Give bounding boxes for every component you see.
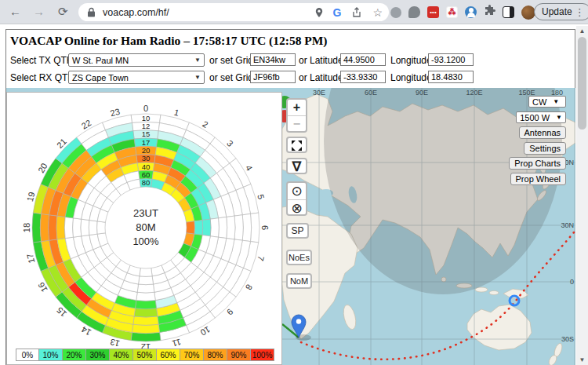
sidebar-icon[interactable] (503, 6, 514, 18)
wheel-cell (133, 316, 158, 325)
prop-charts-button[interactable]: Prop Charts (509, 157, 566, 170)
settings-button[interactable]: Settings (524, 142, 566, 155)
location-pin-icon[interactable] (313, 6, 325, 19)
tx-qth-select[interactable]: W St. Paul MN▼ (68, 53, 205, 67)
wheel-cell (187, 221, 195, 234)
wheel-cell (40, 214, 49, 241)
hour-label: 23 (109, 107, 121, 119)
no-sun-button[interactable]: ⊗ (288, 200, 306, 217)
prop-wheel-panel: 0123456789101112131415161718192021222310… (6, 92, 282, 365)
extension-lastpass-icon[interactable]: ••• (427, 6, 439, 18)
wheel-cell (136, 292, 155, 301)
zoom-in-button[interactable]: + (288, 100, 306, 116)
tx-lat-input[interactable] (340, 53, 386, 66)
page-title: VOACAP Online for Ham Radio – 17:58:17 U… (10, 34, 328, 48)
wheel-cell (210, 218, 219, 237)
rx-grid-label: or set Grid: (209, 72, 256, 83)
nom-button[interactable]: NoM (286, 273, 312, 289)
legend-cell: 60% (157, 349, 180, 361)
tx-grid-label: or set Grid: (209, 55, 256, 66)
band-label: 15 (142, 130, 151, 138)
legend-cell: 10% (39, 349, 63, 361)
extension-camera-icon[interactable] (390, 7, 401, 18)
rx-qth-value: ZS Cape Town (72, 73, 129, 82)
legend-cell: 70% (180, 349, 204, 361)
wheel-cell (64, 217, 73, 238)
extension-red-icon[interactable]: ⁂ (446, 6, 458, 18)
scroll-up-icon[interactable]: ▲ (576, 26, 588, 36)
menu-kebab-icon[interactable]: ⋮ (572, 6, 587, 18)
extensions-puzzle-icon[interactable] (484, 5, 495, 20)
reload-icon[interactable]: ⟳ (58, 5, 68, 19)
url-text: voacap.com/hf/ (103, 7, 313, 18)
forward-icon[interactable]: → (33, 5, 45, 18)
hour-label: 9 (225, 307, 235, 317)
prop-wheel-button[interactable]: Prop Wheel (510, 173, 566, 185)
legend-cell: 30% (86, 349, 110, 361)
lon-label: 90E (416, 89, 428, 97)
bookmark-star-icon[interactable]: ☆ (372, 6, 383, 19)
wheel-cell (202, 219, 211, 236)
power-select[interactable]: 1500 W▼ (516, 111, 566, 123)
hour-label: 18 (22, 223, 31, 232)
sun-button[interactable]: ⊙ (288, 183, 306, 200)
legend-cell: 90% (227, 349, 251, 361)
extension-chat-icon[interactable] (408, 6, 420, 18)
rx-lat-input[interactable] (340, 71, 386, 83)
extension-avatar-icon[interactable] (465, 6, 477, 18)
noes-button[interactable]: NoEs (286, 250, 312, 265)
hour-label: 3 (225, 138, 235, 148)
scroll-down-icon[interactable]: ▼ (576, 355, 588, 365)
lat-label: 0 (570, 278, 574, 286)
hour-label: 5 (256, 193, 266, 200)
fullscreen-button[interactable] (286, 137, 307, 153)
wheel-cell (56, 216, 65, 239)
zoom-out-button[interactable]: − (288, 116, 306, 133)
tx-grid-input[interactable] (250, 53, 296, 66)
tx-label: Select TX QTH: (10, 55, 76, 66)
wheel-cell (32, 213, 41, 243)
wheel-cell (234, 215, 243, 240)
nabla-button[interactable]: ∇ (286, 158, 307, 174)
chevron-down-icon: ▼ (556, 114, 562, 121)
scrollbar[interactable]: ▲ ▼ (576, 26, 588, 365)
rx-qth-select[interactable]: ZS Cape Town▼ (68, 71, 205, 84)
hour-label: 0 (143, 104, 148, 113)
rx-lon-input[interactable] (428, 71, 474, 83)
wheel-cell (97, 221, 106, 234)
tx-lon-input[interactable] (428, 53, 474, 66)
rx-grid-input[interactable] (250, 71, 296, 83)
wheel-cell (135, 301, 156, 309)
lat-label: 30N (561, 221, 574, 229)
world-map[interactable]: 30E60E90E120E150E18060N30N030S + − (6, 88, 575, 365)
update-button[interactable]: Update ⋮ (534, 3, 588, 20)
lon-label: 30E (313, 89, 325, 97)
tx-lat-label: or Latitude: (299, 55, 346, 66)
chevron-down-icon: ▼ (553, 98, 559, 105)
legend-cell: 40% (110, 349, 133, 361)
hour-label: 2 (201, 119, 209, 130)
google-icon[interactable]: G (333, 6, 342, 19)
reliability-legend: 0%10%20%30%40%50%60%70%80%90%100% (16, 349, 274, 361)
hour-label: 7 (256, 255, 266, 262)
antennas-button[interactable]: Antennas (519, 126, 566, 139)
prop-wheel-chart: 0123456789101112131415161718192021222310… (7, 93, 281, 364)
scrollbar-thumb[interactable] (578, 37, 586, 130)
hour-label: 19 (25, 191, 37, 203)
lon-label: 60E (365, 89, 377, 97)
lat-label: 30S (561, 335, 574, 343)
legend-cell: 0% (16, 349, 39, 361)
mode-select[interactable]: CW▼ (528, 96, 566, 108)
tx-qth-value: W St. Paul MN (72, 56, 129, 65)
hour-label: 13 (109, 337, 121, 349)
sp-button[interactable]: SP (286, 223, 309, 239)
share-icon[interactable] (350, 6, 363, 19)
legend-cell: 20% (63, 349, 86, 361)
address-bar[interactable]: voacap.com/hf/ G ☆ (78, 3, 389, 21)
wheel-cell (49, 215, 57, 240)
wheel-cell (140, 268, 152, 277)
rx-row: Select RX QTH: ZS Cape Town▼ or set Grid… (5, 71, 575, 85)
back-icon[interactable]: ← (9, 5, 21, 18)
screen: ← → ⟳ voacap.com/hf/ G ☆ ••• ⁂ (0, 0, 588, 365)
wheel-cell (132, 324, 159, 333)
